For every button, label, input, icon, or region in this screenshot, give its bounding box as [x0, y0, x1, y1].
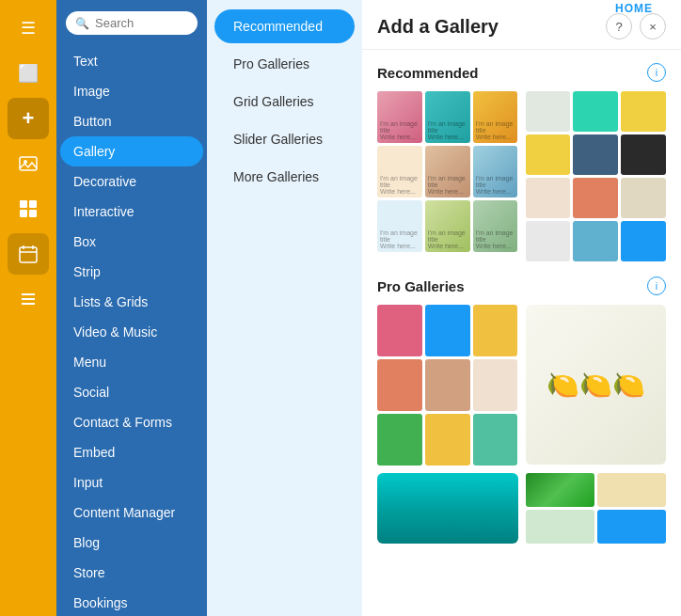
pro-gallery-featured[interactable]: 🍋🍋🍋: [526, 305, 667, 465]
gallery-thumb[interactable]: [473, 305, 518, 356]
close-button[interactable]: ×: [640, 13, 666, 39]
panel-body: Recommended i I'm an image titleWrite he…: [362, 50, 681, 616]
gallery-thumb[interactable]: I'm an image titleWrite here...: [425, 91, 470, 143]
search-icon: 🔍: [75, 17, 89, 30]
tab-recommended[interactable]: Recommended: [214, 9, 355, 43]
sidebar-item-decorative[interactable]: Decorative: [60, 166, 203, 197]
recommended-section-header: Recommended i: [377, 63, 666, 82]
pro-galleries-info-icon[interactable]: i: [647, 276, 666, 295]
search-input[interactable]: [95, 16, 188, 30]
gallery-thumb-group: [526, 473, 667, 544]
sidebar-item-menu[interactable]: Menu: [60, 347, 203, 377]
sidebar-item-video[interactable]: Video & Music: [60, 317, 203, 347]
gallery-thumb[interactable]: I'm an image titleWrite here...: [473, 146, 518, 197]
sidebar-item-button[interactable]: Button: [60, 106, 203, 136]
search-box[interactable]: 🔍: [66, 11, 198, 35]
gallery-thumb[interactable]: [621, 221, 666, 261]
gallery-thumb[interactable]: [526, 91, 571, 132]
sidebar-item-input[interactable]: Input: [60, 467, 203, 498]
layout-icon[interactable]: ⬜: [8, 53, 49, 94]
gallery-thumb[interactable]: I'm an image titleWrite here...: [377, 91, 422, 143]
gallery-thumb[interactable]: [425, 305, 470, 356]
pages-icon[interactable]: ☰: [8, 8, 49, 49]
sidebar-item-content-manager[interactable]: Content Manager: [60, 498, 203, 528]
gallery-thumb[interactable]: I'm an image titleWrite here...: [377, 146, 422, 197]
sidebar-item-social[interactable]: Social: [60, 377, 203, 407]
gallery-thumb[interactable]: I'm an image titleWrite here...: [473, 91, 518, 143]
tab-slider-galleries[interactable]: Slider Galleries: [214, 122, 355, 156]
add-icon[interactable]: +: [8, 98, 49, 139]
sidebar-item-embed[interactable]: Embed: [60, 437, 203, 467]
media-icon[interactable]: [8, 143, 49, 184]
gallery-thumb[interactable]: [526, 134, 571, 175]
svg-rect-5: [29, 210, 37, 217]
gallery-thumb[interactable]: [377, 359, 422, 411]
gallery-thumb[interactable]: [597, 473, 666, 507]
svg-rect-4: [20, 210, 27, 217]
gallery-thumb[interactable]: [621, 134, 666, 175]
tab-pro-galleries[interactable]: Pro Galleries: [214, 47, 355, 81]
sidebar-item-image[interactable]: Image: [60, 76, 203, 106]
gallery-thumb[interactable]: [526, 510, 594, 544]
svg-rect-2: [20, 200, 27, 208]
main-panel: Add a Gallery ? × Recommended i I'm an i…: [362, 0, 681, 616]
recommended-info-icon[interactable]: i: [647, 63, 666, 82]
list-icon[interactable]: [8, 278, 49, 320]
gallery-thumb[interactable]: [425, 414, 470, 466]
pro-galleries-bottom: [377, 473, 666, 544]
gallery-thumb[interactable]: I'm an image titleWrite here...: [425, 146, 470, 197]
gallery-thumb[interactable]: [621, 178, 666, 218]
gallery-thumb[interactable]: [473, 359, 518, 411]
gallery-thumb[interactable]: I'm an image titleWrite here...: [473, 200, 518, 252]
icon-bar: ☰ ⬜ +: [0, 0, 56, 616]
sidebar-item-strip[interactable]: Strip: [60, 257, 203, 287]
sidebar-item-store[interactable]: Store: [60, 558, 203, 588]
gallery-thumb[interactable]: [377, 305, 422, 356]
gallery-thumb[interactable]: I'm an image titleWrite here...: [377, 200, 422, 252]
recommended-title: Recommended: [377, 65, 479, 81]
sidebar-item-bookings[interactable]: Bookings: [60, 588, 203, 616]
home-label: HOME: [615, 0, 653, 17]
gallery-thumb[interactable]: [377, 473, 518, 544]
gallery-thumb[interactable]: [526, 221, 571, 261]
gallery-thumb[interactable]: I'm an image titleWrite here...: [425, 200, 470, 252]
sidebar-item-gallery[interactable]: Gallery: [60, 136, 203, 166]
svg-rect-6: [20, 247, 37, 262]
pro-galleries-grid: 🍋🍋🍋: [377, 305, 666, 466]
tab-panel: Recommended Pro Galleries Grid Galleries…: [207, 0, 362, 616]
tab-grid-galleries[interactable]: Grid Galleries: [214, 85, 355, 118]
help-button[interactable]: ?: [606, 13, 632, 39]
panel-title: Add a Gallery: [377, 16, 499, 38]
apps-icon[interactable]: [8, 188, 49, 229]
gallery-thumb[interactable]: [526, 178, 571, 218]
calendar-icon[interactable]: [8, 233, 49, 275]
sidebar-item-contact[interactable]: Contact & Forms: [60, 407, 203, 437]
tab-more-galleries[interactable]: More Galleries: [214, 160, 355, 194]
gallery-thumb[interactable]: [573, 178, 618, 218]
recommended-left-grid: I'm an image titleWrite here... I'm an i…: [377, 91, 518, 261]
gallery-thumb[interactable]: [573, 91, 618, 132]
gallery-thumb[interactable]: [597, 510, 666, 544]
sidebar-item-lists[interactable]: Lists & Grids: [60, 287, 203, 317]
gallery-thumb[interactable]: [473, 414, 518, 466]
pro-left-grid: [377, 305, 518, 466]
sidebar: 🔍 Text Image Button Gallery Decorative I…: [56, 0, 207, 616]
gallery-thumb[interactable]: [573, 134, 618, 175]
sidebar-item-text[interactable]: Text: [60, 46, 203, 76]
gallery-thumb[interactable]: [425, 359, 470, 411]
sidebar-item-blog[interactable]: Blog: [60, 528, 203, 558]
header-actions: ? ×: [606, 13, 666, 39]
gallery-thumb[interactable]: [573, 221, 618, 261]
sidebar-item-box[interactable]: Box: [60, 227, 203, 257]
gallery-thumb[interactable]: [621, 91, 666, 132]
gallery-thumb[interactable]: [526, 473, 594, 507]
recommended-galleries: I'm an image titleWrite here... I'm an i…: [377, 91, 666, 261]
pro-galleries-title: Pro Galleries: [377, 278, 465, 294]
pro-galleries-section-header: Pro Galleries i: [377, 276, 666, 295]
svg-rect-3: [29, 200, 37, 208]
recommended-right-grid: [526, 91, 667, 261]
sidebar-item-interactive[interactable]: Interactive: [60, 197, 203, 227]
gallery-thumb[interactable]: [377, 414, 422, 466]
